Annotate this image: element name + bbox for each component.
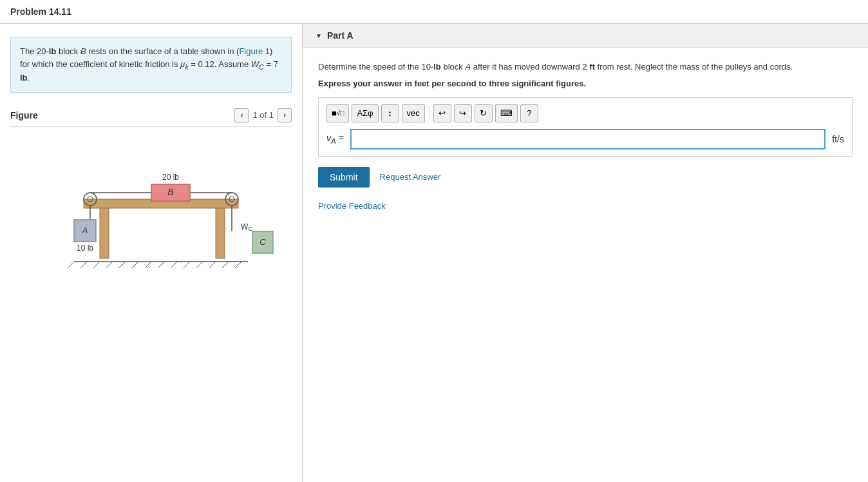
svg-line-4 xyxy=(68,262,74,268)
svg-rect-0 xyxy=(100,207,109,258)
figure-image-area: B 20 lb A 10 lb xyxy=(10,130,292,469)
figure-diagram: B 20 lb A 10 lb xyxy=(29,136,274,278)
svg-line-13 xyxy=(184,262,190,268)
a-sub: A xyxy=(331,137,336,145)
toolbar-redo-button[interactable]: ↪ xyxy=(454,104,472,122)
toolbar-sqrt-button[interactable]: ■√□ xyxy=(326,104,349,122)
answer-input[interactable] xyxy=(350,129,826,149)
svg-line-16 xyxy=(222,262,229,268)
toolbar-refresh-button[interactable]: ↻ xyxy=(475,104,493,122)
svg-line-6 xyxy=(93,262,100,268)
svg-line-7 xyxy=(106,262,113,268)
toolbar: ■√□ ΑΣφ ↕ vec ↩ ↪ ↻ ⌨ ? xyxy=(326,104,844,122)
toolbar-vec-button[interactable]: vec xyxy=(402,104,425,122)
svg-line-15 xyxy=(209,262,216,268)
figure-label: Figure xyxy=(10,110,38,120)
toolbar-fraction-button[interactable]: ↕ xyxy=(381,104,399,122)
block-a-weight: 10 lb xyxy=(76,244,93,253)
figure-next-button[interactable]: › xyxy=(278,108,292,122)
request-answer-link[interactable]: Request Answer xyxy=(380,172,441,182)
svg-line-14 xyxy=(196,262,203,268)
submit-button[interactable]: Submit xyxy=(318,167,370,188)
left-panel: The 20-lb block B rests on the surface o… xyxy=(0,24,303,482)
part-a-content: Determine the speed of the 10-lb block A… xyxy=(303,48,868,224)
problem-description: The 20-lb block B rests on the surface o… xyxy=(10,37,292,93)
toolbar-help-button[interactable]: ? xyxy=(520,104,538,122)
main-content: The 20-lb block B rests on the surface o… xyxy=(0,24,868,482)
desc-text: The 20-lb block B rests on the surface o… xyxy=(20,46,278,82)
svg-line-9 xyxy=(132,262,138,268)
problem-title: Problem 14.11 xyxy=(0,0,868,24)
toolbar-keyboard-button[interactable]: ⌨ xyxy=(495,104,518,122)
collapse-icon[interactable]: ▼ xyxy=(316,32,322,39)
desc-mu: μk xyxy=(180,59,189,69)
provide-feedback-link[interactable]: Provide Feedback xyxy=(318,201,386,211)
q-bold-ft: ft xyxy=(589,62,595,72)
svg-line-17 xyxy=(235,262,241,268)
block-c-label: C xyxy=(259,237,266,247)
block-a-label: A xyxy=(81,226,88,235)
toolbar-separator xyxy=(429,106,429,120)
desc-k-sub: k xyxy=(185,63,188,70)
input-unit: ft/s xyxy=(832,134,844,144)
part-a-title: Part A xyxy=(327,30,354,41)
instruction-text: Express your answer in feet per second t… xyxy=(318,79,853,88)
toolbar-undo-button[interactable]: ↩ xyxy=(433,104,451,122)
figure-header: Figure ‹ 1 of 1 › xyxy=(10,103,292,127)
toolbar-greek-button[interactable]: ΑΣφ xyxy=(352,104,378,122)
desc-block-b: B xyxy=(80,46,86,56)
page-wrapper: Problem 14.11 The 20-lb block B rests on… xyxy=(0,0,868,482)
svg-line-12 xyxy=(171,262,177,268)
input-label: vA = xyxy=(326,133,344,145)
figure-link[interactable]: Figure 1 xyxy=(239,46,270,56)
svg-line-5 xyxy=(80,262,87,268)
figure-page-indicator: 1 of 1 xyxy=(252,110,274,120)
input-row: vA = ft/s xyxy=(326,129,844,149)
desc-wc: WC xyxy=(251,59,264,69)
svg-line-8 xyxy=(119,262,126,268)
desc-wc-sub: C xyxy=(259,63,264,70)
block-b-label: B xyxy=(167,187,173,197)
v-italic: v xyxy=(326,133,331,143)
question-text: Determine the speed of the 10-lb block A… xyxy=(318,61,853,73)
feedback-section: Provide Feedback xyxy=(318,200,853,211)
figure-section: Figure ‹ 1 of 1 › xyxy=(10,103,292,469)
svg-line-10 xyxy=(145,262,151,268)
desc-bold-lb: lb xyxy=(49,46,57,56)
part-a-header: ▼ Part A xyxy=(303,24,868,48)
figure-nav: ‹ 1 of 1 › xyxy=(234,108,292,122)
q-bold-lb: lb xyxy=(433,62,441,72)
answer-box: ■√□ ΑΣφ ↕ vec ↩ ↪ ↻ ⌨ ? vA = xyxy=(318,97,853,157)
q-block-a: A xyxy=(465,62,471,72)
desc-lb2: lb xyxy=(20,73,28,82)
action-row: Submit Request Answer xyxy=(318,167,853,188)
block-b-weight: 20 lb xyxy=(162,173,178,182)
figure-prev-button[interactable]: ‹ xyxy=(234,108,249,122)
wc-label: WC xyxy=(241,222,252,232)
svg-line-11 xyxy=(158,262,164,268)
right-panel: ▼ Part A Determine the speed of the 10-l… xyxy=(303,24,868,482)
problem-title-text: Problem 14.11 xyxy=(10,6,71,17)
svg-rect-1 xyxy=(216,207,225,258)
